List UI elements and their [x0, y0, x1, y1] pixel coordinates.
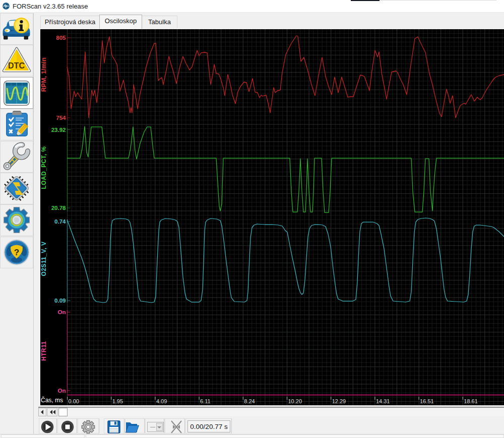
- svg-text:754: 754: [56, 115, 66, 121]
- svg-text:DTC: DTC: [8, 61, 25, 70]
- svg-text:HTR11: HTR11: [40, 341, 47, 360]
- svg-text:1.95: 1.95: [112, 398, 123, 404]
- svg-text:0.09: 0.09: [54, 298, 66, 304]
- svg-text:On: On: [58, 309, 66, 315]
- svg-text:RPM, 1/min: RPM, 1/min: [40, 57, 47, 92]
- svg-text:0.74: 0.74: [54, 218, 66, 225]
- svg-text:?: ?: [14, 248, 19, 257]
- svg-text:0.00: 0.00: [69, 398, 79, 404]
- svg-text:6.11: 6.11: [200, 398, 211, 404]
- svg-text:805: 805: [56, 35, 66, 41]
- svg-text:8.24: 8.24: [244, 398, 255, 404]
- svg-text:23.92: 23.92: [51, 127, 66, 133]
- svg-text:12.29: 12.29: [332, 398, 346, 404]
- svg-text:14.31: 14.31: [376, 398, 390, 404]
- svg-text:20.78: 20.78: [51, 205, 66, 211]
- svg-text:LOAD_PCT, %: LOAD_PCT, %: [40, 146, 47, 189]
- svg-text:4.09: 4.09: [156, 398, 167, 404]
- svg-text:Čas, ms: Čas, ms: [41, 396, 63, 404]
- svg-text:18.61: 18.61: [464, 398, 478, 404]
- svg-text:On: On: [58, 388, 66, 394]
- svg-text:16.51: 16.51: [420, 398, 434, 404]
- svg-text:10.20: 10.20: [288, 398, 302, 404]
- svg-text:O2S11_V, V: O2S11_V, V: [40, 242, 47, 276]
